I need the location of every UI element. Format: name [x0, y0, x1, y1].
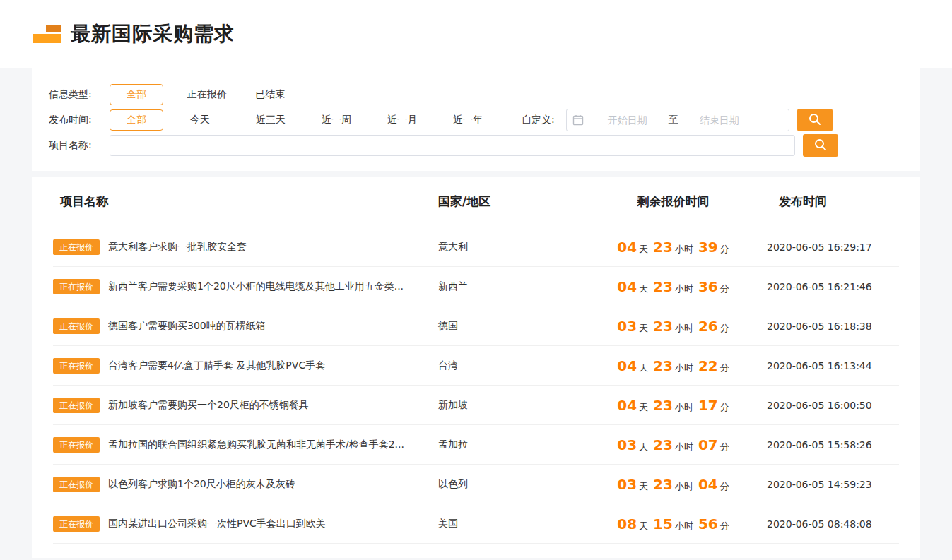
- time-minutes: 36: [698, 278, 718, 295]
- header-publish-time: 发布时间: [767, 193, 899, 210]
- row-title[interactable]: 德国客户需要购买300吨的瓦楞纸箱: [108, 320, 266, 333]
- row-remaining-time: 03天23小时07分: [580, 436, 767, 453]
- row-title[interactable]: 国内某进出口公司采购一次性PVC手套出口到欧美: [108, 518, 326, 530]
- page-title: 最新国际采购需求: [71, 20, 235, 47]
- time-hours: 15: [653, 516, 673, 532]
- row-title-cell: 正在报价 孟加拉国的联合国组织紧急购买乳胶无菌和非无菌手术/检查手套2...: [53, 437, 438, 453]
- table-row[interactable]: 正在报价 新加坡客户需要购买一个20尺柜的不锈钢餐具 新加坡 04天23小时17…: [53, 386, 899, 425]
- row-title[interactable]: 新加坡客户需要购买一个20尺柜的不锈钢餐具: [108, 399, 309, 412]
- row-publish-time: 2020-06-05 16:13:44: [767, 360, 932, 371]
- procurement-table: 项目名称 国家/地区 剩余报价时间 发布时间 正在报价 意大利客户求购一批乳胶安…: [32, 177, 920, 558]
- row-remaining-time: 03天23小时26分: [580, 318, 767, 335]
- time-days: 04: [617, 357, 637, 374]
- row-title[interactable]: 台湾客户需要4亿盒丁腈手套 及其他乳胶PVC手套: [108, 359, 325, 372]
- publish-time-option-year[interactable]: 近一年: [453, 114, 519, 126]
- date-range-separator: 至: [669, 114, 678, 126]
- row-country: 台湾: [438, 359, 580, 372]
- info-type-row: 信息类型: 全部 正在报价 已结束: [49, 83, 903, 106]
- time-minutes-unit: 分: [720, 244, 729, 254]
- publish-time-row: 发布时间: 全部 今天 近三天 近一周 近一月 近一年 自定义: 至: [49, 109, 903, 131]
- header-remaining-time: 剩余报价时间: [580, 193, 767, 210]
- publish-time-option-3days[interactable]: 近三天: [256, 114, 322, 126]
- info-type-option-ended[interactable]: 已结束: [255, 88, 285, 101]
- time-minutes: 22: [698, 357, 718, 374]
- row-remaining-time: 04天23小时22分: [580, 357, 767, 374]
- project-name-input[interactable]: [110, 135, 795, 156]
- time-days-unit: 天: [639, 323, 648, 333]
- row-title-cell: 正在报价 德国客户需要购买300吨的瓦楞纸箱: [53, 318, 438, 334]
- time-hours-unit: 小时: [675, 323, 693, 333]
- header-country: 国家/地区: [438, 193, 580, 210]
- start-date-input[interactable]: [587, 114, 669, 126]
- table-row[interactable]: 正在报价 国内某进出口公司采购一次性PVC手套出口到欧美 美国 08天15小时5…: [53, 504, 899, 544]
- publish-time-label: 发布时间:: [49, 114, 110, 126]
- project-search-button[interactable]: [803, 134, 838, 157]
- row-title-cell: 正在报价 意大利客户求购一批乳胶安全套: [53, 239, 438, 255]
- time-minutes-unit: 分: [720, 323, 729, 333]
- time-hours: 23: [653, 278, 673, 295]
- row-publish-time: 2020-06-05 16:18:38: [767, 321, 932, 332]
- time-days: 03: [617, 476, 637, 493]
- time-hours: 23: [653, 239, 673, 256]
- table-row[interactable]: 正在报价 新西兰客户需要采购1个20尺小柜的电线电缆及其他工业用五金类... 新…: [53, 267, 899, 306]
- time-minutes-unit: 分: [720, 481, 729, 492]
- row-country: 新加坡: [438, 399, 580, 412]
- time-minutes: 17: [698, 397, 718, 414]
- row-title[interactable]: 孟加拉国的联合国组织紧急购买乳胶无菌和非无菌手术/检查手套2...: [108, 439, 404, 451]
- table-header: 项目名称 国家/地区 剩余报价时间 发布时间: [53, 177, 899, 227]
- info-type-option-quoting[interactable]: 正在报价: [187, 88, 227, 101]
- row-remaining-time: 03天23小时04分: [580, 476, 767, 493]
- row-title[interactable]: 新西兰客户需要采购1个20尺小柜的电线电缆及其他工业用五金类...: [108, 280, 404, 293]
- time-days: 03: [617, 318, 637, 335]
- time-days-unit: 天: [639, 402, 648, 412]
- table-row[interactable]: 正在报价 孟加拉国的联合国组织紧急购买乳胶无菌和非无菌手术/检查手套2... 孟…: [53, 425, 899, 465]
- project-name-row: 项目名称:: [49, 134, 903, 157]
- date-range-box: 至: [566, 109, 789, 131]
- title-decoration-icon: [33, 24, 61, 44]
- table-row[interactable]: 正在报价 德国客户需要购买300吨的瓦楞纸箱 德国 03天23小时26分 202…: [53, 306, 899, 346]
- time-hours-unit: 小时: [675, 283, 693, 294]
- end-date-input[interactable]: [678, 114, 760, 126]
- time-days: 04: [617, 239, 637, 256]
- status-badge: 正在报价: [53, 516, 100, 532]
- status-badge: 正在报价: [53, 398, 100, 413]
- time-hours: 23: [653, 436, 673, 453]
- table-row[interactable]: 正在报价 意大利客户求购一批乳胶安全套 意大利 04天23小时39分 2020-…: [53, 227, 899, 267]
- row-remaining-time: 08天15小时56分: [580, 516, 767, 532]
- filter-panel: 信息类型: 全部 正在报价 已结束 发布时间: 全部 今天 近三天 近一周 近一…: [32, 68, 920, 171]
- time-minutes: 26: [698, 318, 718, 335]
- publish-time-options: 今天 近三天 近一周 近一月 近一年: [190, 114, 519, 126]
- row-title-cell: 正在报价 国内某进出口公司采购一次性PVC手套出口到欧美: [53, 516, 438, 532]
- status-badge: 正在报价: [53, 279, 100, 294]
- time-hours: 23: [653, 397, 673, 414]
- row-title[interactable]: 意大利客户求购一批乳胶安全套: [108, 241, 247, 254]
- publish-time-option-today[interactable]: 今天: [190, 114, 256, 126]
- date-search-button[interactable]: [797, 109, 833, 131]
- row-country: 美国: [438, 518, 580, 530]
- time-minutes-unit: 分: [720, 283, 729, 294]
- time-minutes-unit: 分: [720, 362, 729, 373]
- publish-time-option-all[interactable]: 全部: [110, 109, 163, 131]
- row-title[interactable]: 以色列客户求购1个20尺小柜的灰木及灰砖: [108, 478, 295, 491]
- table-row[interactable]: 正在报价 以色列客户求购1个20尺小柜的灰木及灰砖 以色列 03天23小时04分…: [53, 465, 899, 504]
- row-publish-time: 2020-06-05 16:00:50: [767, 400, 932, 411]
- publish-time-option-week[interactable]: 近一周: [322, 114, 387, 126]
- row-country: 以色列: [438, 478, 580, 491]
- row-country: 孟加拉: [438, 439, 580, 451]
- time-minutes-unit: 分: [720, 402, 729, 412]
- table-row[interactable]: 正在报价 台湾客户需要4亿盒丁腈手套 及其他乳胶PVC手套 台湾 04天23小时…: [53, 346, 899, 386]
- row-publish-time: 2020-06-05 15:58:26: [767, 439, 932, 451]
- time-hours: 23: [653, 357, 673, 374]
- info-type-option-all[interactable]: 全部: [110, 84, 163, 105]
- publish-time-option-month[interactable]: 近一月: [387, 114, 453, 126]
- status-badge: 正在报价: [53, 318, 100, 334]
- time-days-unit: 天: [639, 520, 648, 531]
- time-minutes: 07: [698, 436, 718, 453]
- calendar-icon: [572, 114, 584, 126]
- status-badge: 正在报价: [53, 358, 100, 374]
- time-hours-unit: 小时: [675, 362, 693, 373]
- row-publish-time: 2020-06-05 14:59:23: [767, 479, 932, 490]
- time-hours-unit: 小时: [675, 520, 693, 531]
- row-country: 德国: [438, 320, 580, 333]
- status-badge: 正在报价: [53, 239, 100, 255]
